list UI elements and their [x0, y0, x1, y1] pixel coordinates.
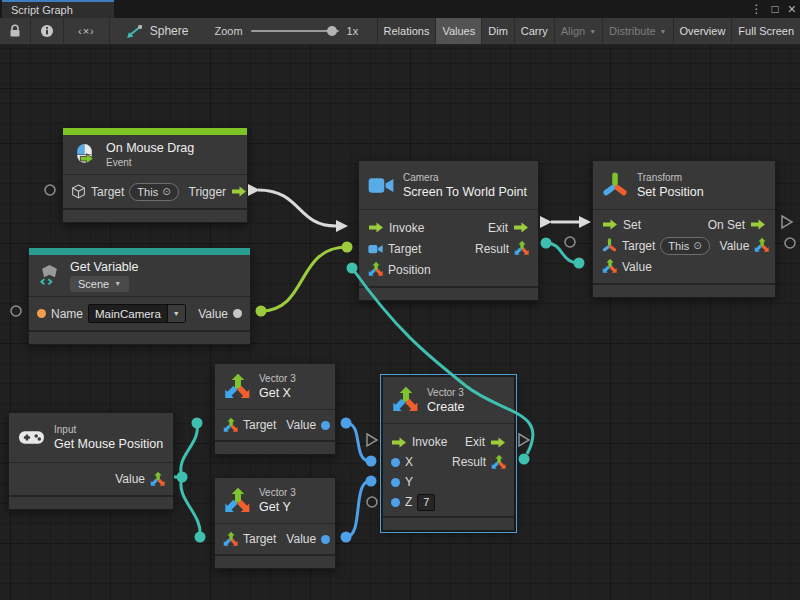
float-in-port[interactable]: [391, 458, 400, 467]
open-port-mouse-drag-target: [45, 185, 55, 195]
port-label-value: Value: [198, 307, 228, 321]
float-out-port[interactable]: [321, 421, 330, 430]
float-out-port[interactable]: [321, 535, 330, 544]
node-vector3-create[interactable]: Vector 3 Create Invoke Exit X Result: [382, 376, 515, 531]
wire-variable-to-target: [256, 242, 353, 317]
node-category: Transform: [637, 172, 704, 183]
full-screen-button[interactable]: Full Screen: [731, 18, 800, 44]
mouse-drag-icon: [72, 142, 97, 167]
node-subtitle: Event: [106, 157, 194, 168]
port-label-target: Target: [243, 532, 276, 546]
vector3-icon: [392, 387, 418, 413]
lock-button[interactable]: [0, 18, 31, 44]
window-menu-icon[interactable]: ⋮: [751, 2, 763, 16]
camera-port-icon[interactable]: [368, 244, 383, 254]
dim-button[interactable]: Dim: [481, 18, 514, 44]
carry-button[interactable]: Carry: [514, 18, 554, 44]
title-bar: Script Graph ⋮ □ ×: [0, 0, 800, 18]
target-this-field[interactable]: This ⊙: [129, 183, 178, 201]
node-category: Camera: [403, 172, 527, 183]
camera-icon: [368, 177, 394, 194]
flow-out-port[interactable]: [513, 222, 529, 233]
chevron-down-icon: ▼: [167, 305, 185, 322]
node-title: Get Mouse Position: [54, 437, 163, 451]
port-label-on-set: On Set: [708, 218, 745, 232]
port-label-result: Result: [452, 455, 486, 469]
vector3-port-icon[interactable]: [368, 262, 383, 277]
vector3-port-icon[interactable]: [754, 238, 769, 253]
node-title: Set Position: [637, 185, 704, 199]
gameobject-port-icon[interactable]: [71, 184, 86, 199]
port-label-position: Position: [388, 263, 431, 277]
port-label-target: Target: [388, 242, 421, 256]
align-dropdown[interactable]: Align▼: [554, 18, 602, 44]
float-in-port[interactable]: [391, 498, 400, 507]
flow-out-port[interactable]: [231, 186, 247, 197]
zoom-label: Zoom: [214, 25, 242, 37]
gamepad-icon: [18, 429, 45, 446]
node-footer: [593, 283, 775, 297]
node-get-variable[interactable]: Get Variable Scene ▼ Name MainCamera ▼: [28, 247, 251, 345]
port-label-x: X: [405, 455, 413, 469]
info-icon: [40, 24, 54, 38]
variable-name-dropdown[interactable]: MainCamera ▼: [88, 304, 186, 323]
string-port[interactable]: [37, 309, 46, 318]
overview-button[interactable]: Overview: [673, 18, 732, 44]
vector3-port-icon[interactable]: [602, 259, 617, 274]
values-button[interactable]: Values: [435, 18, 481, 44]
wire-exit-to-set: [540, 216, 591, 228]
node-title: On Mouse Drag: [106, 141, 194, 155]
node-set-position[interactable]: Transform Set Position Set On Set Target: [592, 160, 776, 298]
object-out-port[interactable]: [233, 309, 242, 318]
info-button[interactable]: [31, 18, 64, 44]
flow-in-port[interactable]: [602, 219, 618, 230]
open-port-transform-value-out: [785, 238, 795, 248]
node-on-mouse-drag[interactable]: On Mouse Drag Event Target This ⊙ Trigge…: [62, 127, 248, 223]
float-in-port[interactable]: [391, 478, 400, 487]
chevron-down-icon: ▼: [660, 28, 667, 35]
code-preview-button[interactable]: ‹×›: [64, 18, 110, 44]
graph-canvas[interactable]: On Mouse Drag Event Target This ⊙ Trigge…: [0, 45, 800, 600]
zoom-slider-handle[interactable]: [327, 26, 337, 36]
node-title: Create: [427, 400, 465, 414]
wire-mouse-to-getx-gety: [174, 418, 206, 543]
close-icon[interactable]: ×: [788, 1, 796, 17]
node-get-mouse-position[interactable]: Input Get Mouse Position Value: [8, 412, 174, 510]
distribute-dropdown[interactable]: Distribute▼: [602, 18, 672, 44]
port-label-value: Value: [115, 472, 145, 486]
flow-in-port[interactable]: [391, 437, 407, 448]
vector3-port-icon[interactable]: [223, 418, 238, 433]
flow-in-port[interactable]: [368, 222, 384, 233]
z-value-field[interactable]: 7: [417, 494, 435, 511]
object-picker-icon[interactable]: ⊙: [693, 240, 701, 251]
vector3-port-icon[interactable]: [223, 532, 238, 547]
vector3-port-icon[interactable]: [150, 472, 165, 487]
open-flow-create-exit: [519, 434, 529, 446]
object-picker-icon[interactable]: ⊙: [162, 186, 170, 197]
node-category: Input: [54, 424, 163, 435]
transform-icon: [602, 172, 628, 198]
node-vector3-get-y[interactable]: Vector 3 Get Y Target Value: [214, 477, 336, 569]
maximize-icon[interactable]: □: [772, 2, 779, 16]
open-flow-create-invoke: [367, 434, 377, 446]
vector3-port-icon[interactable]: [491, 455, 506, 470]
relations-button[interactable]: Relations: [377, 18, 436, 44]
flow-out-port[interactable]: [750, 219, 766, 230]
flow-out-port[interactable]: [490, 437, 506, 448]
node-screen-to-world-point[interactable]: Camera Screen To World Point Invoke Exit…: [358, 160, 539, 301]
transform-port-icon[interactable]: [602, 238, 617, 253]
vector3-port-icon[interactable]: [514, 241, 529, 256]
vector3-icon: [224, 488, 250, 514]
node-category: Vector 3: [259, 487, 296, 498]
lock-icon: [9, 24, 21, 38]
event-accent-bar: [63, 128, 247, 135]
zoom-slider[interactable]: [251, 26, 339, 36]
tab-script-graph[interactable]: Script Graph: [2, 0, 114, 18]
target-this-field[interactable]: This ⊙: [660, 237, 709, 255]
port-label-value: Value: [286, 418, 316, 432]
node-title: Screen To World Point: [403, 185, 527, 199]
port-label-y: Y: [405, 475, 413, 489]
port-label-value: Value: [286, 532, 316, 546]
variable-scope-dropdown[interactable]: Scene ▼: [70, 276, 129, 292]
node-vector3-get-x[interactable]: Vector 3 Get X Target Value: [214, 363, 336, 455]
